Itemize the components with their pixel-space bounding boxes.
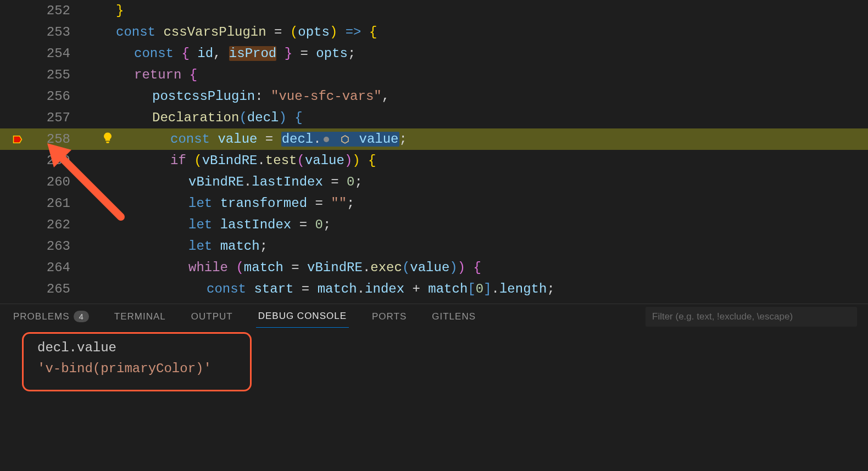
code-content[interactable]: Declaration(decl) {: [85, 110, 868, 125]
line-number[interactable]: 260: [9, 175, 85, 189]
code-content[interactable]: if (vBindRE.test(value)) {: [85, 153, 868, 168]
tab-terminal[interactable]: TERMINAL: [112, 306, 168, 328]
tab-gitlens[interactable]: GITLENS: [430, 306, 478, 328]
console-filter-input[interactable]: [646, 307, 857, 327]
code-line[interactable]: 265const start = match.index + match[0].…: [0, 278, 868, 300]
code-content[interactable]: let lastIndex = 0;: [85, 217, 868, 232]
code-line[interactable]: 254const { id, isProd } = opts;: [0, 43, 868, 64]
problems-count-badge: 4: [74, 311, 88, 322]
code-content[interactable]: const { id, isProd } = opts;: [85, 46, 868, 61]
code-content[interactable]: }: [85, 3, 868, 18]
tab-output[interactable]: OUTPUT: [189, 306, 235, 328]
line-number[interactable]: 259: [9, 153, 85, 168]
tab-debug-console-label: DEBUG CONSOLE: [258, 311, 347, 322]
code-line[interactable]: 256postcssPlugin: "vue-sfc-vars",: [0, 86, 868, 107]
line-number[interactable]: 256: [9, 89, 85, 104]
current-execution-icon[interactable]: [12, 134, 23, 145]
tab-gitlens-label: GITLENS: [432, 311, 476, 322]
debug-inline-expression[interactable]: decl. value: [281, 132, 399, 147]
panel-tabs: PROBLEMS 4 TERMINAL OUTPUT DEBUG CONSOLE…: [0, 304, 868, 329]
svg-point-0: [324, 137, 329, 142]
code-editor[interactable]: 252}253const cssVarsPlugin = (opts) => {…: [0, 0, 868, 304]
code-content[interactable]: const value = decl. value;: [85, 132, 868, 147]
code-line[interactable]: 261let transformed = "";: [0, 193, 868, 214]
object-dot-icon: [323, 136, 330, 143]
bottom-panel: PROBLEMS 4 TERMINAL OUTPUT DEBUG CONSOLE…: [0, 304, 868, 471]
line-number[interactable]: 263: [9, 239, 85, 254]
lightbulb-icon[interactable]: [102, 132, 115, 145]
console-result: 'v-bind(primaryColor)': [15, 358, 853, 379]
line-number[interactable]: 254: [9, 46, 85, 61]
code-content[interactable]: const start = match.index + match[0].len…: [85, 282, 868, 296]
line-number[interactable]: 255: [9, 68, 85, 82]
code-line[interactable]: 255return {: [0, 64, 868, 86]
line-number[interactable]: 261: [9, 196, 85, 211]
code-line[interactable]: 252}: [0, 0, 868, 21]
code-content[interactable]: vBindRE.lastIndex = 0;: [85, 175, 868, 189]
property-hex-icon: [341, 135, 349, 144]
code-content[interactable]: const cssVarsPlugin = (opts) => {: [85, 25, 868, 40]
tab-ports-label: PORTS: [372, 311, 407, 322]
console-expression: decl.value: [15, 338, 853, 358]
debug-console-output[interactable]: decl.value 'v-bind(primaryColor)': [0, 329, 868, 388]
code-content[interactable]: return {: [85, 68, 868, 82]
code-line[interactable]: 258const value = decl. value;: [0, 128, 868, 150]
code-line[interactable]: 263let match;: [0, 236, 868, 257]
tab-debug-console[interactable]: DEBUG CONSOLE: [256, 305, 349, 328]
tab-problems[interactable]: PROBLEMS 4: [11, 305, 91, 328]
tab-terminal-label: TERMINAL: [114, 311, 166, 322]
code-line[interactable]: 257Declaration(decl) {: [0, 107, 868, 128]
line-number[interactable]: 265: [9, 282, 85, 296]
code-content[interactable]: let transformed = "";: [85, 196, 868, 211]
line-number[interactable]: 253: [9, 25, 85, 40]
tab-output-label: OUTPUT: [191, 311, 233, 322]
line-number[interactable]: 252: [9, 3, 85, 18]
code-line[interactable]: 262let lastIndex = 0;: [0, 214, 868, 236]
code-line[interactable]: 264while (match = vBindRE.exec(value)) {: [0, 257, 868, 278]
svg-marker-1: [342, 136, 348, 143]
code-content[interactable]: let match;: [85, 239, 868, 254]
line-number[interactable]: 257: [9, 110, 85, 125]
tab-ports[interactable]: PORTS: [370, 306, 409, 328]
code-content[interactable]: while (match = vBindRE.exec(value)) {: [85, 260, 868, 275]
code-content[interactable]: postcssPlugin: "vue-sfc-vars",: [85, 89, 868, 104]
tab-problems-label: PROBLEMS: [13, 311, 69, 322]
code-line[interactable]: 260vBindRE.lastIndex = 0;: [0, 171, 868, 193]
code-line[interactable]: 253const cssVarsPlugin = (opts) => {: [0, 21, 868, 43]
line-number[interactable]: 262: [9, 217, 85, 232]
highlighted-symbol: isProd: [229, 46, 276, 61]
code-line[interactable]: 259if (vBindRE.test(value)) {: [0, 150, 868, 171]
line-number[interactable]: 264: [9, 260, 85, 275]
